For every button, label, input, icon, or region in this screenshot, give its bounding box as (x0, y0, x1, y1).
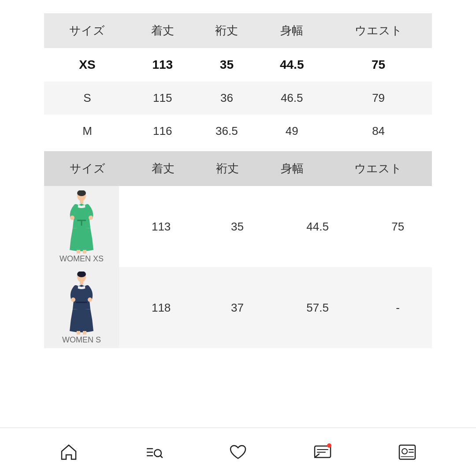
heart-icon (228, 443, 248, 462)
size-table-bottom-header: サイズ 着丈 裄丈 身幅 ウエスト (44, 151, 432, 186)
cell-waist: 75 (325, 48, 432, 82)
col-header-size: サイズ (44, 13, 130, 48)
table-row: XS 113 35 44.5 75 (44, 48, 432, 82)
home-icon (59, 443, 78, 462)
model-image-cell: WOMEN S (44, 267, 119, 348)
col-header-yukitake: 裄丈 (195, 13, 259, 48)
cell-mihaba-s: 57.5 (271, 267, 364, 348)
cell-katake-s: 118 (119, 267, 203, 348)
cell-mihaba-xs: 44.5 (271, 186, 364, 267)
message-badge (327, 443, 331, 448)
wishlist-nav-item[interactable] (228, 443, 248, 462)
table-row: WOMEN S 118 37 57.5 - (44, 267, 432, 348)
svg-point-4 (70, 216, 74, 220)
svg-point-15 (88, 298, 92, 302)
cell-mihaba: 46.5 (259, 82, 325, 115)
cell-waist: 79 (325, 82, 432, 115)
cell-katake: 116 (130, 115, 195, 148)
table-row: WOMEN XS 113 35 44.5 75 (44, 186, 432, 267)
image-rows-table: WOMEN XS 113 35 44.5 75 (44, 186, 432, 348)
cell-yukitake: 35 (195, 48, 259, 82)
cell-katake-xs: 113 (119, 186, 203, 267)
home-nav-item[interactable] (59, 443, 78, 462)
svg-point-5 (89, 216, 93, 220)
table-row: M 116 36.5 49 84 (44, 115, 432, 148)
cell-waist-s: - (364, 267, 432, 348)
svg-point-28 (402, 449, 407, 454)
svg-rect-18 (83, 331, 86, 335)
cell-yukitake-s: 37 (203, 267, 271, 348)
col-header-katake2: 着丈 (131, 151, 195, 186)
svg-rect-12 (80, 281, 83, 285)
main-content: サイズ 着丈 裄丈 身幅 ウエスト XS 113 35 44.5 75 S 11… (0, 0, 476, 348)
cell-yukitake: 36 (195, 82, 259, 115)
svg-rect-9 (83, 250, 86, 253)
col-header-size2: サイズ (44, 151, 131, 186)
svg-line-23 (160, 456, 162, 457)
model-label-xs: WOMEN XS (60, 254, 104, 267)
cell-katake: 113 (130, 48, 195, 82)
cell-waist: 84 (325, 115, 432, 148)
cell-yukitake: 36.5 (195, 115, 259, 148)
account-icon (398, 443, 417, 462)
message-nav-item[interactable] (313, 443, 332, 462)
cell-yukitake-xs: 35 (203, 186, 271, 267)
cell-size: M (44, 115, 130, 148)
model-figure-xs (57, 190, 106, 254)
cell-mihaba: 49 (259, 115, 325, 148)
col-header-waist2: ウエスト (324, 151, 432, 186)
cell-mihaba: 44.5 (259, 48, 325, 82)
table-row: S 115 36 46.5 79 (44, 82, 432, 115)
svg-point-14 (71, 298, 75, 302)
model-figure-s (57, 271, 106, 335)
svg-rect-8 (77, 250, 80, 253)
svg-rect-2 (80, 200, 83, 204)
col-header-waist: ウエスト (325, 13, 432, 48)
col-header-mihaba2: 身幅 (260, 151, 324, 186)
cell-size: S (44, 82, 130, 115)
svg-rect-17 (77, 331, 80, 335)
cell-waist-xs: 75 (364, 186, 432, 267)
col-header-yukitake2: 裄丈 (195, 151, 260, 186)
model-image-cell: WOMEN XS (44, 186, 119, 267)
cell-katake: 115 (130, 82, 195, 115)
size-table-top: サイズ 着丈 裄丈 身幅 ウエスト XS 113 35 44.5 75 S 11… (44, 13, 432, 148)
search-icon (144, 443, 163, 462)
col-header-mihaba: 身幅 (259, 13, 325, 48)
model-label-s: WOMEN S (62, 335, 101, 348)
cell-size: XS (44, 48, 130, 82)
account-nav-item[interactable] (398, 443, 417, 462)
col-header-katake: 着丈 (130, 13, 195, 48)
bottom-nav (0, 428, 476, 476)
search-nav-item[interactable] (144, 443, 163, 462)
